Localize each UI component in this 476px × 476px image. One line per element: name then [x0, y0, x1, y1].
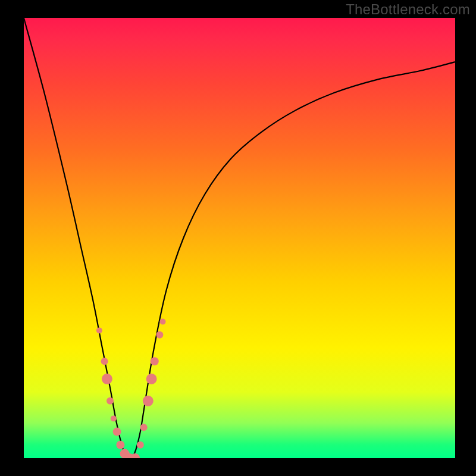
data-marker [101, 358, 108, 365]
data-marker [111, 415, 117, 421]
chart-frame: TheBottleneck.com [0, 0, 476, 476]
plot-area [24, 18, 455, 458]
data-marker [146, 374, 157, 384]
bottleneck-curve [24, 18, 455, 458]
data-marker [96, 327, 102, 333]
data-marker [137, 441, 144, 449]
data-marker [156, 331, 163, 339]
data-marker [116, 441, 124, 449]
data-marker [143, 396, 154, 406]
data-marker [102, 374, 112, 384]
data-marker [140, 424, 148, 431]
data-marker [113, 428, 121, 436]
data-marker [160, 319, 166, 325]
curve-svg [24, 18, 455, 458]
data-marker [151, 357, 159, 365]
data-marker [107, 397, 114, 405]
watermark-text: TheBottleneck.com [346, 1, 470, 18]
